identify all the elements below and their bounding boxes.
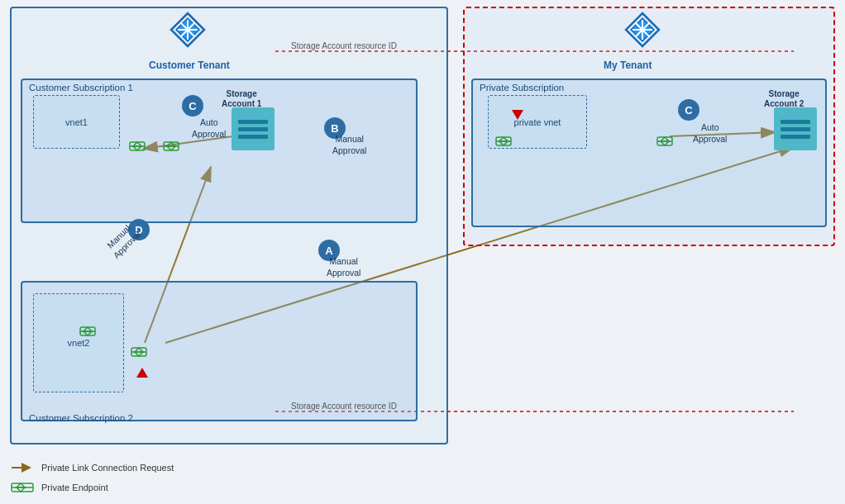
badge-A-approval-label: ManualApproval (327, 256, 360, 278)
vnet1-box: vnet1 (33, 95, 120, 149)
legend: Private Link Connection Request Private … (10, 463, 174, 496)
customer-tenant-label: Customer Tenant (149, 59, 230, 71)
storage2-label: StorageAccount 2 (764, 89, 804, 109)
badge-C-sub1: C (182, 95, 203, 116)
badge-A-label: A (325, 245, 332, 257)
customer-tenant-icon (169, 12, 206, 48)
badge-B-label: B (331, 122, 338, 135)
badge-C-sub1-label: C (189, 100, 196, 112)
resource-id-top-label: Storage Account resource ID (291, 41, 397, 51)
customer-sub1-label: Customer Subscription 1 (29, 83, 133, 93)
red-triangle-private-down (512, 110, 523, 120)
red-triangle-vnet2-up (136, 368, 148, 378)
legend-arrow-icon (10, 463, 35, 473)
resource-id-bottom-label: Storage Account resource ID (291, 402, 397, 411)
pe-icon-private-vnet-left (494, 132, 513, 150)
pe-icon-private-auto (656, 132, 674, 150)
legend-private-link: Private Link Connection Request (10, 463, 174, 473)
legend-private-link-label: Private Link Connection Request (41, 463, 174, 473)
vnet2-box: vnet2 (33, 293, 124, 392)
my-tenant-icon (624, 12, 661, 48)
my-tenant-label: My Tenant (604, 59, 652, 71)
storage1-label: StorageAccount 1 (222, 89, 261, 109)
pe-icon-vnet1 (128, 137, 146, 155)
storage2-box (774, 107, 817, 150)
badge-C-private-label: C (685, 104, 692, 116)
auto-approval-sub1: AutoApproval (192, 117, 226, 140)
legend-private-endpoint: Private Endpoint (10, 479, 174, 496)
badge-B-approval-label: ManualApproval (332, 134, 366, 156)
auto-approval-private: AutoApproval (693, 122, 727, 145)
vnet1-label: vnet1 (65, 117, 88, 127)
pe-icon-vnet2-left (79, 322, 97, 340)
pe-icon-vnet2-right (130, 343, 148, 361)
storage1-box (232, 107, 275, 150)
legend-pe-icon (10, 479, 35, 496)
private-sub-label: Private Subscription (480, 83, 564, 93)
badge-C-private: C (678, 99, 699, 121)
diagram: Customer Tenant My Tenant Customer Subsc… (0, 0, 845, 504)
customer-sub2-label: Customer Subscription 2 (29, 413, 133, 423)
legend-private-endpoint-label: Private Endpoint (41, 483, 108, 492)
pe-icon-sub1-right (162, 137, 180, 155)
